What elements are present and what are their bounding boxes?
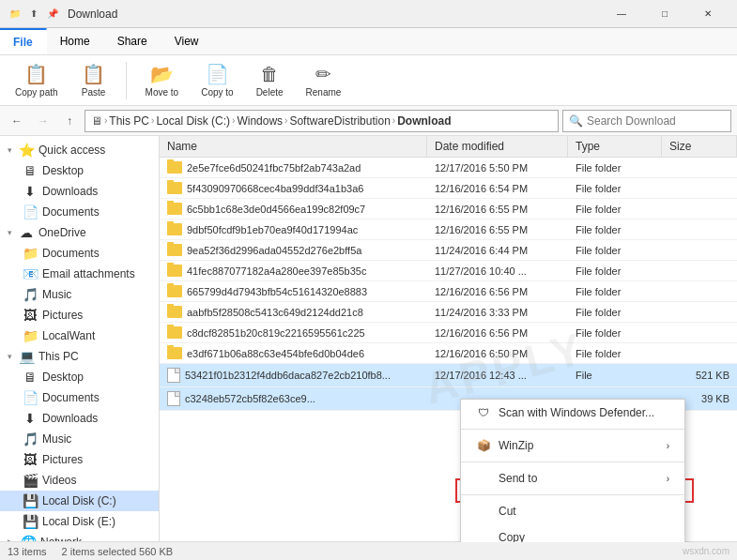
sidebar-item-music-pc[interactable]: 🎵 Music: [0, 429, 159, 449]
ctx-cut[interactable]: Cut: [461, 498, 684, 524]
quick-access-icon: ⭐: [19, 143, 34, 158]
rename-icon: ✏: [315, 63, 331, 85]
sidebar-item-downloads-pc[interactable]: ⬇ Downloads: [0, 408, 159, 429]
paste-label: Paste: [82, 87, 106, 98]
sidebar-label-downloads-qa: Downloads: [42, 185, 98, 198]
search-box[interactable]: 🔍: [562, 110, 731, 132]
desktop-icon: 🖥: [23, 163, 38, 178]
sidebar-label-local-disk-e: Local Disk (E:): [42, 515, 115, 528]
music-od-icon: 🎵: [23, 287, 38, 302]
minimize-button[interactable]: —: [600, 0, 643, 28]
table-row[interactable]: 41fec887077182a4a280ee397e85b35c 11/27/2…: [160, 261, 737, 281]
folder-icon: [167, 306, 182, 318]
sidebar-label-localwant: LocalWant: [42, 329, 95, 342]
paste-button[interactable]: 📋 Paste: [73, 59, 115, 101]
ctx-copy-label: Copy: [499, 531, 525, 542]
table-row[interactable]: 6c5bb1c68e3de0d4566ea199c82f09c7 12/16/2…: [160, 199, 737, 219]
up-button[interactable]: ↑: [58, 110, 81, 132]
ctx-send-to[interactable]: Send to ›: [461, 465, 684, 492]
table-row[interactable]: 2e5e7fce6d50241fbc75bf2ab743a2ad 12/17/2…: [160, 158, 737, 178]
sidebar-label-documents-od: Documents: [42, 247, 100, 260]
sidebar-item-this-pc[interactable]: ▾ 💻 This PC: [0, 346, 159, 367]
address-part-thispc-text: This PC: [109, 114, 149, 128]
sidebar-label-desktop-pc: Desktop: [42, 371, 84, 384]
sidebar-item-local-disk-e[interactable]: 💾 Local Disk (E:): [0, 511, 159, 532]
table-row[interactable]: 53421f01b2312f4ddb6daca827e2cb210fb8... …: [160, 364, 737, 387]
move-to-button[interactable]: 📂 Move to: [138, 59, 187, 101]
documents-qa-icon: 📄: [23, 204, 38, 219]
sidebar-item-documents-od[interactable]: 📁 Documents: [0, 243, 159, 264]
arrow-up-icon: ⬆: [26, 7, 41, 22]
sidebar-item-onedrive[interactable]: ▾ ☁ OneDrive: [0, 222, 159, 243]
tab-share[interactable]: Share: [104, 28, 161, 54]
maximize-button[interactable]: □: [643, 0, 686, 28]
table-row[interactable]: 665799d4d7943bfb54c51614320e8883 12/16/2…: [160, 281, 737, 302]
delete-button[interactable]: 🗑 Delete: [249, 60, 291, 101]
sidebar-item-desktop[interactable]: 🖥 Desktop: [0, 160, 159, 181]
folder-icon: [167, 265, 182, 277]
sidebar-item-localwant[interactable]: 📁 LocalWant: [0, 325, 159, 346]
sidebar-label-documents-pc: Documents: [42, 391, 100, 404]
sidebar-item-documents-pc[interactable]: 📄 Documents: [0, 387, 159, 408]
address-part-softwaredist: SoftwareDistribution: [289, 114, 390, 128]
copy-path-button[interactable]: 📋 Copy path: [8, 59, 66, 101]
defender-icon: 🛡: [476, 405, 491, 420]
sidebar-item-documents-qa[interactable]: 📄 Documents: [0, 202, 159, 222]
folder-icon: [167, 347, 182, 359]
sidebar-label-pictures-pc: Pictures: [42, 453, 83, 466]
delete-icon: 🗑: [260, 64, 279, 85]
pin-icon: 📌: [45, 7, 60, 22]
close-button[interactable]: ✕: [686, 0, 729, 28]
tab-home[interactable]: Home: [47, 28, 104, 54]
file-icon: [167, 368, 180, 383]
ctx-sep-2: [461, 462, 684, 462]
tab-file[interactable]: File: [0, 28, 47, 54]
ctx-scan-defender[interactable]: 🛡 Scan with Windows Defender...: [461, 400, 684, 426]
sidebar-item-music-od[interactable]: 🎵 Music: [0, 284, 159, 305]
search-input[interactable]: [587, 114, 728, 128]
table-row[interactable]: aabfb5f28508c5413c649d2124dd21c8 11/24/2…: [160, 302, 737, 323]
col-header-type[interactable]: Type: [568, 136, 662, 157]
this-pc-icon: 💻: [19, 349, 34, 364]
sidebar-item-email-attachments[interactable]: 📧 Email attachments: [0, 264, 159, 284]
sidebar-item-downloads-qa[interactable]: ⬇ Downloads: [0, 181, 159, 202]
winzip-icon: 📦: [476, 438, 491, 453]
sidebar-label-music-pc: Music: [42, 432, 71, 446]
address-part-windows: Windows: [237, 114, 283, 128]
col-header-name[interactable]: Name: [160, 136, 427, 157]
rename-button[interactable]: ✏ Rename: [299, 59, 349, 101]
sidebar-item-quick-access[interactable]: ▾ ⭐ Quick access: [0, 140, 159, 160]
table-row[interactable]: 5f43090970668cec4ba99ddf34a1b3a6 12/16/2…: [160, 178, 737, 199]
sidebar-item-pictures-pc[interactable]: 🖼 Pictures: [0, 449, 159, 470]
ctx-winzip[interactable]: 📦 WinZip ›: [461, 432, 684, 459]
sidebar-item-desktop-pc[interactable]: 🖥 Desktop: [0, 367, 159, 387]
copy-to-button[interactable]: 📄 Copy to: [193, 59, 240, 101]
table-row[interactable]: 9ea52f36d2996ada04552d276e2bff5a 11/24/2…: [160, 240, 737, 261]
tab-view[interactable]: View: [161, 28, 213, 54]
documents-od-icon: 📁: [23, 246, 38, 261]
table-row[interactable]: c8dcf82851b20c819c2216595561c225 12/16/2…: [160, 323, 737, 343]
ribbon-sep-1: [126, 62, 127, 99]
sidebar: ▾ ⭐ Quick access 🖥 Desktop ⬇ Downloads 📄…: [0, 136, 160, 542]
sidebar-item-videos[interactable]: 🎬 Videos: [0, 470, 159, 491]
col-header-date[interactable]: Date modified: [427, 136, 568, 157]
back-button[interactable]: ←: [6, 110, 28, 132]
videos-icon: 🎬: [23, 473, 38, 488]
rename-label: Rename: [306, 87, 342, 98]
ctx-copy[interactable]: Copy: [461, 524, 684, 542]
context-menu: 🛡 Scan with Windows Defender... 📦 WinZip…: [460, 399, 685, 542]
col-header-size[interactable]: Size: [662, 136, 737, 157]
status-bar: 13 items 2 items selected 560 KB wsxdn.c…: [0, 541, 737, 560]
forward-button[interactable]: →: [32, 110, 54, 132]
sidebar-item-pictures-od[interactable]: 🖼 Pictures: [0, 305, 159, 325]
address-box[interactable]: 🖥 › This PC › Local Disk (C:) › Windows …: [84, 110, 559, 132]
sidebar-item-local-disk-c[interactable]: 💾 Local Disk (C:): [0, 491, 159, 511]
search-icon: 🔍: [569, 114, 583, 128]
table-row[interactable]: e3df671b06a88c63e454bfe6d0b04de6 12/16/2…: [160, 343, 737, 364]
delete-label: Delete: [256, 87, 284, 98]
table-row[interactable]: 9dbf50fcdf9b1eb70ea9f40d171994ac 12/16/2…: [160, 219, 737, 240]
ctx-cut-label: Cut: [499, 505, 516, 518]
local-disk-c-icon: 💾: [23, 493, 38, 508]
ctx-winzip-label: WinZip: [499, 439, 533, 452]
sidebar-label-this-pc: This PC: [38, 350, 79, 363]
